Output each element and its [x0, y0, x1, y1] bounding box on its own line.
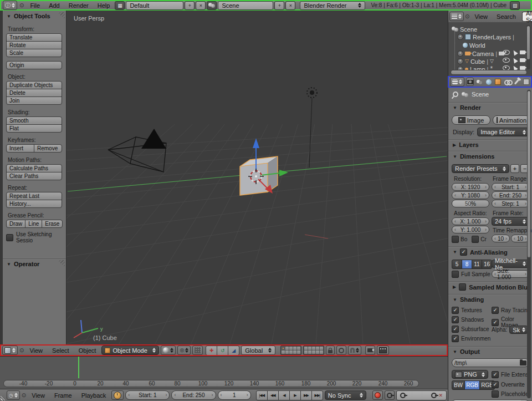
erase-button[interactable]: Erase — [42, 220, 63, 228]
screen-layout-name[interactable]: Default — [126, 1, 183, 10]
delete-button[interactable]: Delete — [6, 89, 62, 97]
renderable-toggle-icon[interactable] — [520, 50, 525, 54]
scene-name[interactable]: Scene — [218, 1, 273, 10]
collapse-menus-icon[interactable]: ⊙ — [18, 2, 25, 8]
panel-drag-corner-icon[interactable] — [58, 260, 65, 267]
render-panel-header[interactable]: ▼ Render — [453, 104, 481, 111]
menu-view[interactable]: View — [25, 347, 47, 354]
translate-manipulator-button[interactable]: ✚ — [206, 346, 217, 356]
outliner-item-camera[interactable]: + Camera| — [457, 50, 504, 57]
aa-samples-16[interactable]: 16 — [482, 260, 492, 269]
remove-keyframe-button[interactable]: Remove — [34, 144, 62, 153]
resolution-x-field[interactable]: ‹X: 1920› — [452, 183, 489, 191]
environment-checkbox[interactable]: ✓ — [452, 335, 459, 342]
selectable-toggle-icon[interactable] — [511, 57, 518, 64]
menu-search[interactable]: Search — [493, 13, 520, 20]
add-screen-button[interactable]: + — [185, 1, 195, 10]
outliner-item-renderlayers[interactable]: + RenderLayers| — [457, 33, 514, 40]
editor-type-button[interactable] — [2, 346, 18, 355]
editor-type-button[interactable] — [449, 12, 464, 21]
auto-keyframe-button[interactable] — [372, 390, 383, 400]
display-mode-select[interactable]: All Scen — [522, 12, 532, 22]
menu-object[interactable]: Object — [75, 347, 100, 354]
menu-render[interactable]: Render — [65, 2, 93, 9]
placeholder-checkbox[interactable] — [492, 390, 499, 398]
selectable-toggle-icon[interactable] — [511, 49, 518, 56]
key-delete-icon[interactable]: ✕ — [438, 393, 443, 398]
play-reverse-button[interactable]: ◀ — [278, 390, 290, 400]
area-resize-grip[interactable] — [1, 395, 6, 400]
join-button[interactable]: Join — [6, 97, 62, 105]
prev-keyframe-button[interactable]: ◀◀ — [267, 390, 279, 400]
collapse-menus-icon[interactable]: ⊙ — [22, 392, 26, 398]
tab-render[interactable] — [466, 78, 474, 86]
menu-file[interactable]: File — [26, 2, 44, 9]
splash-icon[interactable]: ▧ — [510, 1, 520, 10]
file-format-select[interactable]: PNG — [452, 370, 488, 379]
duplicate-objects-button[interactable]: Duplicate Objects — [6, 81, 62, 89]
proportional-edit-select[interactable] — [336, 346, 346, 355]
render-presets-select[interactable]: Render Presets — [452, 164, 509, 173]
subsurface-checkbox[interactable]: ✓ — [452, 326, 459, 333]
file-extensions-checkbox[interactable]: ✓ — [492, 371, 499, 378]
editor-type-button[interactable] — [450, 77, 464, 87]
pivot-point-select[interactable]: ◎ — [177, 346, 191, 355]
shadows-checkbox[interactable]: ✓ — [452, 316, 459, 323]
display-select[interactable]: Image Editor — [477, 128, 529, 136]
folder-icon[interactable] — [520, 361, 526, 366]
editor-type-button[interactable]: ◷ — [7, 390, 20, 400]
flat-button[interactable]: Flat — [6, 124, 62, 133]
insert-keyframe-button[interactable]: Insert — [6, 144, 34, 153]
overwrite-checkbox[interactable]: ✓ — [492, 381, 499, 388]
collapse-menus-icon[interactable]: ⊙ — [465, 13, 469, 19]
history-button[interactable]: History... — [6, 200, 62, 208]
lock-to-scene-button[interactable] — [326, 346, 335, 355]
outliner-item-world[interactable]: World — [463, 42, 485, 49]
pin-icon[interactable] — [452, 90, 459, 98]
mode-select[interactable]: Object Mode — [101, 346, 159, 355]
frame-start-field[interactable]: ‹Start: 1› — [125, 390, 170, 400]
frame-end-field[interactable]: ‹End: 250› — [171, 390, 216, 400]
scale-button[interactable]: Scale — [6, 49, 62, 57]
menu-select[interactable]: Select — [48, 347, 73, 354]
color-mode-rgb[interactable]: RGB — [464, 380, 480, 390]
outliner-item-cube[interactable]: + ▽ Cube| ▽ — [457, 58, 494, 65]
active-keying-set-field[interactable]: ✕ — [396, 390, 447, 400]
resolution-y-field[interactable]: ‹Y: 1080› — [452, 191, 489, 199]
draw-button[interactable]: Draw — [6, 220, 25, 228]
hide-toggle-icon[interactable] — [503, 58, 510, 63]
aspect-x-field[interactable]: ‹X: 1.000› — [452, 217, 489, 225]
timeline-canvas[interactable] — [0, 356, 448, 379]
render-image-button[interactable]: Image — [452, 115, 490, 125]
textures-checkbox[interactable]: ✓ — [452, 307, 459, 314]
shading-panel-header[interactable]: ▼ Shading — [453, 296, 484, 303]
antialiasing-checkbox[interactable]: ✓ — [460, 248, 467, 256]
tab-object[interactable] — [494, 78, 502, 86]
repeat-last-button[interactable]: Repeat Last — [6, 192, 62, 200]
clear-paths-button[interactable]: Clear Paths — [6, 172, 62, 180]
play-button[interactable]: ▶ — [289, 390, 301, 400]
editor-type-button[interactable]: ⓘ — [3, 1, 17, 10]
current-frame-field[interactable]: ‹1› — [218, 390, 251, 400]
add-scene-button[interactable]: + — [274, 1, 284, 10]
frame-start-field[interactable]: ‹Start: 1› — [492, 183, 529, 191]
keying-set-insert-button[interactable] — [385, 390, 395, 400]
line-button[interactable]: Line — [25, 220, 42, 228]
manipulator-toggle-button[interactable] — [192, 346, 203, 355]
frame-end-field[interactable]: ‹End: 250› — [492, 191, 529, 199]
output-panel-header[interactable]: ▼ Output — [453, 348, 480, 355]
menu-view[interactable]: View — [470, 13, 492, 20]
dimensions-panel-header[interactable]: ▼ Dimensions — [453, 153, 494, 160]
aa-size-field[interactable]: ‹Size: 1.000› — [492, 270, 529, 278]
layers-panel-header[interactable]: ▶ Layers — [453, 141, 479, 148]
border-checkbox[interactable] — [452, 236, 459, 243]
tool-shelf-panel-header[interactable]: ▼ Object Tools — [3, 11, 66, 22]
calculate-paths-button[interactable]: Calculate Paths — [6, 164, 62, 172]
render-animation-button[interactable]: Animation — [493, 115, 530, 125]
outliner-vscrollbar[interactable] — [526, 25, 530, 69]
render-engine-select[interactable]: Blender Render — [300, 1, 365, 10]
aspect-y-field[interactable]: ‹Y: 1.000› — [452, 226, 489, 234]
delete-scene-button[interactable]: × — [285, 1, 295, 10]
opengl-render-button[interactable] — [365, 346, 375, 355]
crop-checkbox[interactable] — [472, 236, 479, 243]
